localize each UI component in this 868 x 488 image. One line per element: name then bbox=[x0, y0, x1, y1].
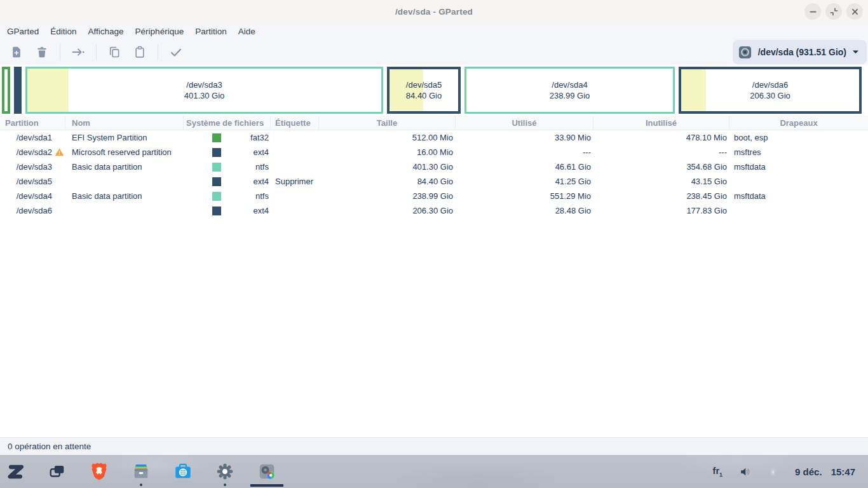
close-button[interactable] bbox=[846, 3, 863, 20]
partition-label: /dev/sda6206.30 Gio bbox=[750, 79, 790, 102]
taskbar-apps bbox=[5, 455, 277, 488]
table-row-sda3[interactable]: /dev/sda3Basic data partitionntfs401.30 … bbox=[0, 159, 868, 174]
table-row-sda2[interactable]: /dev/sda2Microsoft reserved partitionext… bbox=[0, 145, 868, 159]
menu-priphrique[interactable]: Périphérique bbox=[130, 25, 190, 38]
minimize-button[interactable] bbox=[804, 3, 821, 20]
taskbar-app-brave-browser[interactable] bbox=[89, 456, 109, 487]
gparted-drive-icon bbox=[257, 462, 276, 481]
cell-flags: msftres bbox=[729, 147, 868, 157]
copy-button[interactable] bbox=[104, 42, 125, 62]
taskbar-app-file-manager[interactable] bbox=[131, 456, 151, 487]
cell-unused: 43.15 Gio bbox=[593, 177, 729, 186]
cell-name: EFI System Partition bbox=[65, 133, 184, 142]
table-row-sda1[interactable]: /dev/sda1EFI System Partitionfat32512.00… bbox=[0, 130, 868, 145]
clock-time: 15:47 bbox=[831, 466, 855, 477]
cell-partition: /dev/sda3 bbox=[0, 162, 65, 172]
running-indicator-dot bbox=[224, 484, 226, 486]
menu-affichage[interactable]: Affichage bbox=[83, 25, 130, 38]
cell-filesystem: ntfs bbox=[184, 162, 271, 172]
partition-box-sda2[interactable] bbox=[14, 67, 22, 114]
device-selector-button[interactable]: /dev/sda (931.51 Gio) bbox=[733, 40, 867, 64]
menu-dition[interactable]: Édition bbox=[44, 25, 82, 38]
volume-icon[interactable] bbox=[739, 466, 751, 478]
apply-operations-button[interactable] bbox=[165, 42, 187, 62]
warning-icon bbox=[54, 147, 64, 158]
taskbar-app-settings[interactable] bbox=[215, 456, 235, 487]
taskbar-app-window-switcher[interactable] bbox=[47, 456, 67, 487]
cell-size: 84.40 Gio bbox=[319, 177, 456, 186]
partition-box-sda3[interactable]: /dev/sda3401.30 Gio bbox=[25, 67, 383, 114]
cell-used: 33.90 Mio bbox=[456, 133, 593, 142]
harddisk-icon bbox=[738, 45, 752, 60]
warning-icon-slot bbox=[54, 133, 64, 143]
copy-icon bbox=[108, 46, 121, 58]
table-row-sda5[interactable]: /dev/sda5ext4Supprimer84.40 Gio41.25 Gio… bbox=[0, 174, 868, 189]
brave-icon bbox=[90, 462, 109, 481]
column-header-inutilis[interactable]: Inutilisé bbox=[593, 116, 729, 130]
new-partition-button[interactable] bbox=[6, 42, 27, 62]
software-icon bbox=[173, 462, 193, 481]
filesystem-color-swatch bbox=[212, 207, 221, 215]
menu-partition[interactable]: Partition bbox=[189, 25, 233, 38]
partition-label: /dev/sda584.40 Gio bbox=[406, 79, 442, 102]
cell-partition: /dev/sda6 bbox=[0, 206, 65, 216]
taskbar-app-software-store[interactable] bbox=[173, 456, 193, 487]
running-indicator-dot bbox=[140, 484, 142, 486]
column-header-tiquette[interactable]: Étiquette bbox=[271, 116, 319, 130]
toolbar-buttons bbox=[4, 42, 189, 62]
cell-label: Supprimer bbox=[271, 177, 319, 186]
minimize-icon bbox=[808, 7, 818, 17]
column-header-partition[interactable]: Partition bbox=[0, 116, 65, 130]
toolbar: /dev/sda (931.51 Gio) bbox=[0, 39, 868, 65]
cell-partition: /dev/sda2 bbox=[0, 147, 65, 158]
taskbar-app-gparted[interactable] bbox=[257, 456, 277, 487]
device-selector-label: /dev/sda (931.51 Gio) bbox=[758, 47, 846, 57]
column-header-drapeaux[interactable]: Drapeaux bbox=[729, 116, 868, 130]
menu-gparted[interactable]: GParted bbox=[1, 25, 44, 38]
column-header-nom[interactable]: Nom bbox=[65, 116, 184, 130]
cell-unused: --- bbox=[593, 147, 729, 157]
taskbar-app-zorin-menu[interactable] bbox=[5, 456, 25, 487]
clock-date: 9 déc. bbox=[795, 466, 822, 477]
cell-used: 46.61 Gio bbox=[456, 162, 593, 172]
keyboard-layout-indicator[interactable]: fr1 bbox=[713, 466, 723, 478]
paste-icon bbox=[133, 46, 146, 58]
menu-aide[interactable]: Aide bbox=[233, 25, 261, 38]
battery-icon[interactable] bbox=[768, 466, 778, 477]
partition-box-sda4[interactable]: /dev/sda4238.99 Gio bbox=[465, 67, 675, 114]
partition-label: /dev/sda3401.30 Gio bbox=[184, 79, 225, 102]
cell-used: 551.29 Mio bbox=[456, 191, 593, 201]
partition-box-sda6[interactable]: /dev/sda6206.30 Gio bbox=[679, 67, 862, 114]
column-header-taille[interactable]: Taille bbox=[319, 116, 456, 130]
clock[interactable]: 9 déc. 15:47 bbox=[795, 466, 855, 477]
cell-size: 16.00 Mio bbox=[319, 147, 456, 157]
column-header-systmedefichiers[interactable]: Système de fichiers bbox=[184, 116, 271, 130]
restore-button[interactable] bbox=[825, 3, 842, 20]
delete-partition-button[interactable] bbox=[31, 42, 53, 62]
cell-size: 512.00 Mio bbox=[319, 133, 456, 142]
active-indicator-line bbox=[250, 484, 283, 487]
filesystem-color-swatch bbox=[212, 192, 221, 201]
taskbar-tray: fr1 9 déc. 15:47 bbox=[713, 455, 855, 488]
warning-icon-slot bbox=[54, 162, 64, 172]
paste-button[interactable] bbox=[129, 42, 151, 62]
resize-move-button[interactable] bbox=[67, 42, 89, 62]
cell-used: 28.48 Gio bbox=[456, 206, 593, 215]
resize-arrow-icon bbox=[71, 45, 85, 59]
cell-flags: msftdata bbox=[729, 162, 868, 172]
cell-flags: msftdata bbox=[729, 191, 868, 201]
cell-partition: /dev/sda1 bbox=[0, 133, 65, 143]
toolbar-separator bbox=[60, 44, 60, 60]
trash-icon bbox=[36, 46, 48, 58]
table-row-sda4[interactable]: /dev/sda4Basic data partitionntfs238.99 … bbox=[0, 189, 868, 203]
partition-box-sda1[interactable] bbox=[2, 67, 10, 114]
partition-box-sda5[interactable]: /dev/sda584.40 Gio bbox=[387, 67, 461, 114]
settings-gear-icon bbox=[215, 462, 234, 481]
column-header-utilis[interactable]: Utilisé bbox=[456, 116, 593, 130]
window-titlebar[interactable]: /dev/sda - GParted bbox=[0, 0, 868, 23]
cell-unused: 238.45 Gio bbox=[593, 191, 729, 201]
table-row-sda6[interactable]: /dev/sda6ext4206.30 Gio28.48 Gio177.83 G… bbox=[0, 203, 868, 218]
toolbar-separator bbox=[96, 44, 97, 60]
table-header-row: PartitionNomSystème de fichiersÉtiquette… bbox=[0, 116, 868, 130]
cell-filesystem: ext4 bbox=[184, 147, 271, 157]
